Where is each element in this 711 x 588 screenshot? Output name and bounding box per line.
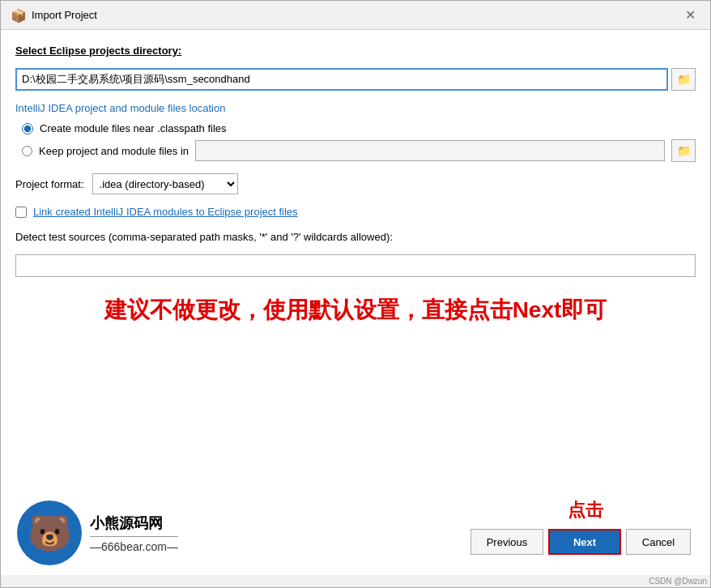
radio-row-2: Keep project and module files in 📁	[22, 139, 696, 162]
keep-path-input[interactable]	[195, 140, 665, 161]
radio-keep[interactable]	[22, 146, 32, 156]
radio-keep-label: Keep project and module files in	[39, 145, 189, 157]
app-icon: 📦	[11, 8, 25, 23]
radio-group: Create module files near .classpath file…	[15, 122, 696, 162]
bear-text: 小熊源码网 —666bear.com—	[90, 513, 178, 553]
bear-logo: 🐻	[17, 501, 82, 565]
title-bar-left: 📦 Import Project	[11, 8, 97, 23]
bottom-main: 🐻 小熊源码网 —666bear.com— 点击 Previous Next C…	[1, 491, 710, 575]
directory-row: 📁	[15, 68, 696, 91]
radio-classpath[interactable]	[22, 123, 33, 134]
watermark: CSDN @Dwzun	[1, 575, 710, 587]
bottom-right: 点击 Previous Next Cancel	[461, 492, 710, 574]
section-label: Select Eclipse projects directory:	[15, 45, 696, 57]
directory-input[interactable]	[15, 68, 668, 91]
bear-area: 🐻 小熊源码网 —666bear.com—	[1, 491, 461, 575]
bottom-wrapper: 🐻 小熊源码网 —666bear.com— 点击 Previous Next C…	[1, 491, 710, 587]
detect-input[interactable]	[15, 254, 696, 277]
bear-site-name: 小熊源码网	[90, 513, 178, 533]
close-button[interactable]: ✕	[680, 7, 700, 23]
directory-browse-button[interactable]: 📁	[671, 68, 696, 91]
next-button[interactable]: Next	[548, 529, 621, 555]
keep-path-browse-button[interactable]: 📁	[671, 139, 696, 162]
format-label: Project format:	[15, 178, 84, 190]
detect-label: Detect test sources (comma-separated pat…	[15, 231, 696, 243]
click-annotation: 点击	[568, 498, 603, 522]
format-select[interactable]: .idea (directory-based)	[92, 173, 238, 194]
link-modules-checkbox[interactable]	[15, 207, 27, 218]
format-row: Project format: .idea (directory-based)	[15, 173, 696, 194]
radio-classpath-label: Create module files near .classpath file…	[40, 122, 227, 134]
dialog-title: Import Project	[32, 9, 97, 21]
radio-row-1: Create module files near .classpath file…	[22, 122, 696, 134]
link-modules-label: Link created IntelliJ IDEA modules to Ec…	[33, 206, 298, 218]
title-bar: 📦 Import Project ✕	[1, 1, 710, 30]
previous-button[interactable]: Previous	[470, 529, 543, 555]
buttons-row: Previous Next Cancel	[470, 529, 700, 565]
bear-emoji: 🐻	[28, 515, 72, 551]
group-title: IntelliJ IDEA project and module files l…	[15, 102, 696, 114]
annotation-main: 建议不做更改，使用默认设置，直接点击Next即可	[15, 295, 696, 326]
dialog-content: Select Eclipse projects directory: 📁 Int…	[1, 30, 710, 491]
import-project-dialog: 📦 Import Project ✕ Select Eclipse projec…	[0, 0, 711, 588]
bear-url: —666bear.com—	[90, 536, 178, 553]
cancel-button[interactable]: Cancel	[626, 529, 691, 555]
checkbox-row: Link created IntelliJ IDEA modules to Ec…	[15, 206, 696, 218]
